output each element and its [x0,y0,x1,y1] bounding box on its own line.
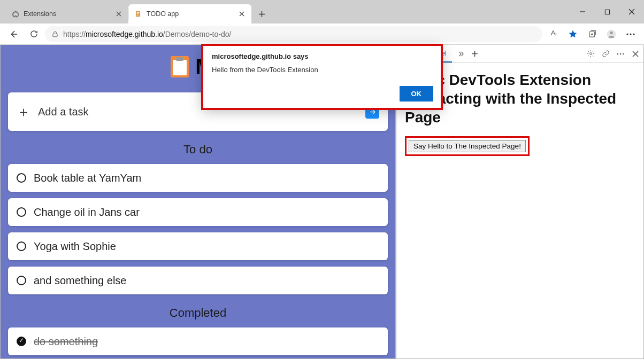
gear-icon[interactable] [586,49,595,59]
section-heading-completed: Completed [8,306,388,320]
profile-button[interactable] [602,26,620,43]
alert-title: microsoftedge.github.io says [212,52,432,60]
window-close-button[interactable] [619,0,644,24]
browser-tab-todo-app[interactable]: TODO app [128,4,251,24]
task-row[interactable]: and something else [8,267,388,294]
svg-point-8 [610,31,612,34]
circle-icon[interactable] [17,207,26,217]
collections-button[interactable] [583,26,601,43]
task-row-completed[interactable]: do something [8,327,388,355]
tab-strip: Extensions TODO app [0,0,570,24]
plus-icon: ＋ [17,103,30,121]
check-circle-icon[interactable] [17,337,26,346]
task-row[interactable]: Book table at YamYam [8,164,388,192]
close-icon[interactable] [631,49,640,59]
maximize-button[interactable] [595,0,619,24]
chevron-double-right-icon[interactable] [456,49,466,59]
task-row[interactable]: Yoga with Sophie [8,232,388,260]
address-field[interactable]: https://microsoftedge.github.io/Demos/de… [45,26,542,42]
svg-point-14 [620,53,622,54]
plus-icon[interactable] [470,49,480,59]
url-prefix: https:// [63,30,86,38]
circle-icon[interactable] [17,241,26,251]
svg-point-11 [633,33,634,35]
favorite-button[interactable] [564,26,582,43]
tab-title: Extensions [24,10,110,18]
window-controls [570,0,644,24]
svg-point-15 [623,53,624,54]
svg-point-13 [617,53,618,54]
task-row[interactable]: Change oil in Jans car [8,198,388,226]
read-aloud-button[interactable] [545,26,563,43]
svg-rect-5 [53,34,57,36]
circle-icon[interactable] [17,173,26,183]
browser-tab-extensions[interactable]: Extensions [5,4,128,24]
svg-rect-4 [605,10,609,14]
alert-dialog: microsoftedge.github.io says Hello from … [202,45,442,108]
highlight-box: Say Hello to The Inspected Page! [405,136,530,156]
app-menu-button[interactable] [622,26,640,43]
minimize-button[interactable] [570,0,595,24]
url-host: microsoftedge.github.io [86,30,163,38]
puzzle-piece-icon [11,10,19,18]
close-icon[interactable] [114,10,123,18]
lock-icon [51,30,59,38]
task-text: and something else [34,275,126,287]
svg-point-9 [626,33,628,35]
svg-rect-2 [137,13,140,14]
url-path: /Demos/demo-to-do/ [163,30,232,38]
ok-button[interactable]: OK [400,86,434,102]
close-icon[interactable] [237,10,246,18]
browser-titlebar: Extensions TODO app [0,0,644,24]
back-button[interactable] [4,26,22,43]
add-task-placeholder: Add a task [38,106,89,118]
clipboard-icon [171,56,189,77]
svg-point-12 [589,53,592,55]
section-heading-todo: To do [8,143,388,157]
url-text: https://microsoftedge.github.io/Demos/de… [63,30,231,38]
link-icon[interactable] [601,49,610,59]
tab-title: TODO app [147,10,233,18]
new-tab-button[interactable] [254,6,270,22]
more-icon[interactable] [616,49,625,59]
address-bar: https://microsoftedge.github.io/Demos/de… [0,24,644,45]
task-text: Yoga with Sophie [34,240,116,253]
task-text: do something [34,335,98,348]
say-hello-button[interactable]: Say Hello to The Inspected Page! [409,140,526,152]
svg-point-10 [630,33,631,35]
refresh-button[interactable] [25,26,43,43]
document-icon [134,10,142,18]
task-text: Book table at YamYam [34,172,141,184]
alert-message: Hello from the DevTools Extension [212,66,432,74]
circle-icon[interactable] [17,276,26,285]
svg-rect-1 [137,12,140,13]
task-text: Change oil in Jans car [34,206,140,218]
svg-rect-3 [137,15,139,15]
